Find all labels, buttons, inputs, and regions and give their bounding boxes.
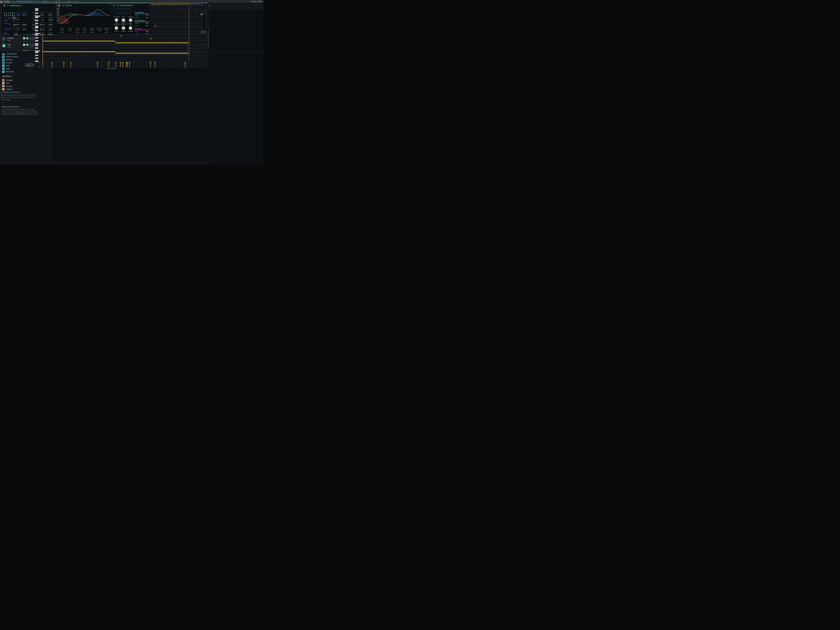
param-value[interactable]: 100 % [46, 14, 55, 16]
device-title[interactable]: Dattorro Reverb [120, 5, 133, 6]
knob-value[interactable]: -6.00 db [126, 30, 134, 32]
velocity-stem[interactable] [71, 63, 71, 67]
piano-key-black[interactable] [35, 49, 37, 50]
band-q[interactable]: 0.707 [74, 32, 81, 33]
velocity-stem[interactable] [127, 63, 128, 67]
param-value[interactable]: 0.005 s [11, 33, 21, 35]
piano-key-white[interactable] [35, 27, 38, 28]
velocity-stem-head[interactable] [155, 62, 156, 63]
midi-note-long[interactable] [115, 52, 189, 54]
right-strip-scroll[interactable] [1, 84, 2, 99]
param-value[interactable]: -6.0 db [46, 19, 55, 21]
velocity-stem-head[interactable] [126, 62, 127, 63]
piano-key-white[interactable] [35, 55, 38, 56]
velocity-stem[interactable] [109, 62, 109, 67]
midi-note-long[interactable] [43, 51, 115, 52]
band-q[interactable]: 0.707 [81, 32, 88, 33]
track-pan-knob[interactable] [26, 44, 28, 46]
browser-item-pitch[interactable]: ♪Pitch [0, 82, 52, 85]
knob-decay[interactable] [122, 19, 125, 22]
band-frequency[interactable]: 10000 Hz [96, 28, 103, 29]
velocity-stem-head[interactable] [122, 63, 123, 63]
velocity-stem[interactable] [43, 62, 43, 67]
piano-key-white[interactable] [35, 23, 38, 24]
knob-value[interactable]: 100 % [112, 30, 120, 32]
osc-a-chip[interactable]: A [13, 17, 15, 19]
track-name[interactable]: Playfield [7, 37, 14, 39]
eq-graph[interactable] [60, 8, 109, 24]
velocity-stem[interactable] [52, 63, 52, 67]
knob-value[interactable]: 36 % [126, 22, 134, 24]
param-value[interactable]: 0.0 % [46, 29, 55, 30]
velocity-stem-head[interactable] [42, 62, 43, 63]
solo-button[interactable]: S [32, 37, 35, 39]
band-frequency[interactable]: 120 Hz [74, 28, 81, 29]
solo-button[interactable]: S [32, 44, 35, 46]
midi-note[interactable] [120, 35, 122, 36]
device-menu-kebab[interactable]: ⋮ [148, 5, 150, 6]
osc-b-label[interactable]: B [13, 20, 14, 21]
fader-handle[interactable] [201, 13, 203, 16]
band-frequency[interactable]: 40 Hz [58, 28, 66, 29]
section-row-value[interactable]: 50 % [143, 31, 149, 32]
velocity-stem[interactable] [155, 62, 155, 67]
velocity-stem-head[interactable] [127, 62, 128, 63]
velocity-stem[interactable] [150, 62, 151, 67]
velocity-stem-head[interactable] [129, 62, 130, 63]
midi-note[interactable] [150, 38, 152, 39]
piano-key-white[interactable] [35, 20, 38, 21]
mod-matrix-dot[interactable] [10, 13, 11, 14]
band-gain[interactable]: 24 db [58, 30, 66, 31]
footer-links[interactable]: Privacy • Imprint [251, 1, 262, 2]
knob-damping[interactable] [129, 19, 132, 22]
velocity-stem[interactable] [120, 62, 120, 67]
mod-matrix-dot[interactable] [6, 15, 7, 16]
band-gain[interactable]: 9.9 db [88, 30, 96, 31]
velocity-stem-head[interactable] [97, 62, 98, 63]
piano-key-white[interactable] [35, 35, 38, 36]
mod-matrix-dot[interactable] [8, 15, 9, 16]
piano-key-black[interactable] [35, 53, 37, 54]
velocity-stem-head[interactable] [108, 62, 109, 63]
piano-key-white[interactable] [35, 37, 38, 38]
browser-item-arpeggio[interactable]: Arpeggio [0, 79, 52, 82]
velocity-stem-head[interactable] [63, 62, 64, 63]
mute-button[interactable]: M [30, 44, 32, 46]
band-q[interactable]: 0.707 [103, 32, 110, 33]
param-value[interactable]: 0.0 % [19, 14, 29, 16]
param-value[interactable]: 12 db [46, 24, 55, 25]
piano-key-black[interactable] [35, 39, 37, 40]
editor-hscrollbar[interactable] [106, 68, 116, 69]
track-header[interactable]: PlayfieldNotesMS⋮ [0, 36, 39, 43]
track-volume-knob[interactable] [23, 37, 25, 39]
knob-value[interactable]: 0.00 db [120, 30, 128, 32]
velocity-stem[interactable] [64, 62, 64, 67]
piano-key-white[interactable] [35, 13, 38, 14]
knob-value[interactable]: 0 ms [112, 22, 120, 24]
piano-key-black[interactable] [35, 42, 37, 43]
band-frequency[interactable]: 80 Hz [66, 28, 74, 29]
piano-key-black[interactable] [35, 46, 37, 47]
band-gain[interactable]: 1.5 db [81, 30, 88, 31]
piano-key-white[interactable] [35, 30, 38, 31]
midi-note-long[interactable] [43, 41, 115, 42]
velocity-stem[interactable] [126, 62, 126, 67]
piano-key-white[interactable] [35, 44, 38, 46]
velocity-stem-head[interactable] [52, 62, 52, 63]
piano-key-white[interactable] [35, 58, 38, 59]
knob-wet[interactable] [129, 26, 132, 30]
browser-item-maximizer[interactable]: Maximizer [0, 70, 52, 73]
piano-key-black[interactable] [35, 56, 37, 57]
band-gain[interactable]: 24 db [103, 30, 110, 31]
piano-key-white[interactable] [35, 52, 38, 53]
velocity-stem[interactable] [115, 63, 116, 67]
track-pan-knob[interactable] [26, 37, 28, 39]
velocity-stem[interactable] [185, 63, 185, 67]
section-row-value[interactable]: 70 % [143, 33, 149, 35]
mod-matrix-dot[interactable] [4, 15, 5, 16]
browser-item-velocity[interactable]: Velocity [0, 85, 52, 88]
device-title[interactable]: Vaporisateur 4 [10, 5, 22, 6]
section-row-value[interactable]: 50 % [143, 25, 149, 27]
band-gain[interactable]: 6.0 db [96, 30, 103, 31]
piano-key-black[interactable] [35, 36, 37, 37]
